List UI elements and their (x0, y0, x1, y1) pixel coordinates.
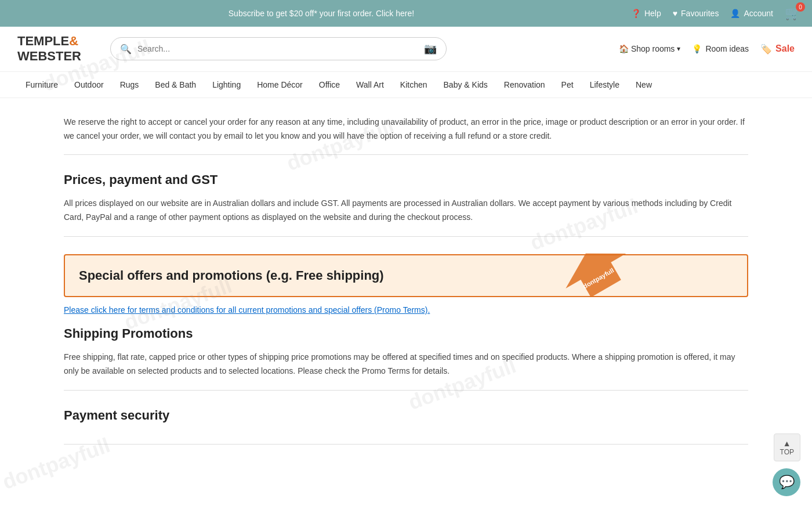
account-label: Account (744, 9, 773, 18)
room-ideas-button[interactable]: 💡 Room ideas (692, 44, 749, 53)
up-arrow-icon: ▲ (780, 439, 794, 448)
sale-label: Sale (775, 44, 795, 54)
nav-item-outdoor[interactable]: Outdoor (66, 72, 112, 97)
top-button[interactable]: ▲ TOP (774, 434, 800, 461)
shop-rooms-label: Shop rooms (631, 44, 675, 53)
special-offers-heading: Special offers and promotions (e.g. Free… (79, 268, 733, 283)
order-section: We reserve the right to accept or cancel… (64, 115, 748, 156)
top-banner: Subscribe to get $20 off* your first ord… (0, 0, 812, 27)
nav-item-rugs[interactable]: Rugs (112, 72, 147, 97)
order-body: We reserve the right to accept or cancel… (64, 115, 748, 143)
cart-wrapper[interactable]: 🛒 0 (785, 6, 800, 21)
help-link[interactable]: ❓ Help (631, 9, 661, 18)
payment-security-section: Payment security (64, 408, 748, 445)
banner-actions: ❓ Help ♥ Favourites 👤 Account 🛒 0 (631, 6, 800, 21)
bulb-icon: 💡 (692, 44, 702, 53)
question-icon: ❓ (631, 9, 641, 18)
nav-item-pet[interactable]: Pet (553, 72, 582, 97)
payment-security-heading: Payment security (64, 408, 748, 423)
nav-item-home-decor[interactable]: Home Décor (249, 72, 311, 97)
cart-badge: 0 (796, 2, 805, 12)
nav-item-bed-bath[interactable]: Bed & Bath (147, 72, 204, 97)
promo-text[interactable]: Subscribe to get $20 off* your first ord… (12, 9, 631, 18)
heart-icon: ♥ (673, 9, 677, 18)
header-right: 🏠 Shop rooms ▾ 💡 Room ideas 🏷️ Sale (619, 44, 795, 55)
tag-icon: 🏷️ (760, 44, 772, 55)
account-link[interactable]: 👤 Account (730, 9, 773, 18)
special-offers-box: Special offers and promotions (e.g. Free… (64, 254, 748, 297)
nav-item-wall-art[interactable]: Wall Art (348, 72, 392, 97)
user-icon: 👤 (730, 9, 740, 18)
logo[interactable]: TEMPLE&WEBSTER (17, 34, 99, 64)
prices-body: All prices displayed on our website are … (64, 197, 748, 225)
shipping-heading: Shipping Promotions (64, 326, 748, 341)
favourites-link[interactable]: ♥ Favourites (673, 9, 719, 18)
favourites-label: Favourites (681, 9, 719, 18)
prices-heading: Prices, payment and GST (64, 172, 748, 187)
main-nav: Furniture Outdoor Rugs Bed & Bath Lighti… (0, 72, 812, 98)
nav-item-baby-kids[interactable]: Baby & Kids (436, 72, 496, 97)
promo-terms-link[interactable]: Please click here for terms and conditio… (64, 305, 430, 315)
top-label: TOP (780, 448, 794, 456)
camera-icon[interactable]: 📷 (424, 42, 437, 55)
header: TEMPLE&WEBSTER 🔍 📷 🏠 Shop rooms ▾ 💡 Room… (0, 27, 812, 72)
room-ideas-label: Room ideas (705, 44, 749, 53)
main-content: We reserve the right to accept or cancel… (0, 98, 812, 479)
search-bar: 🔍 📷 (110, 37, 447, 60)
nav-item-renovation[interactable]: Renovation (496, 72, 553, 97)
shipping-section: Shipping Promotions Free shipping, flat … (64, 326, 748, 391)
help-label: Help (644, 9, 661, 18)
nav-item-new[interactable]: New (628, 72, 660, 97)
building-icon: 🏠 (619, 44, 629, 53)
nav-item-kitchen[interactable]: Kitchen (392, 72, 436, 97)
prices-section: Prices, payment and GST All prices displ… (64, 172, 748, 237)
chevron-down-icon: ▾ (677, 45, 680, 53)
nav-item-lighting[interactable]: Lighting (204, 72, 249, 97)
search-input[interactable] (137, 44, 418, 53)
shop-rooms-button[interactable]: 🏠 Shop rooms ▾ (619, 44, 680, 53)
nav-item-lifestyle[interactable]: Lifestyle (582, 72, 628, 97)
chat-icon: 💬 (779, 475, 795, 479)
shipping-body: Free shipping, flat rate, capped price o… (64, 351, 748, 378)
sale-button[interactable]: 🏷️ Sale (760, 44, 795, 55)
search-icon: 🔍 (120, 44, 132, 55)
nav-item-furniture[interactable]: Furniture (17, 72, 66, 97)
nav-item-office[interactable]: Office (311, 72, 348, 97)
